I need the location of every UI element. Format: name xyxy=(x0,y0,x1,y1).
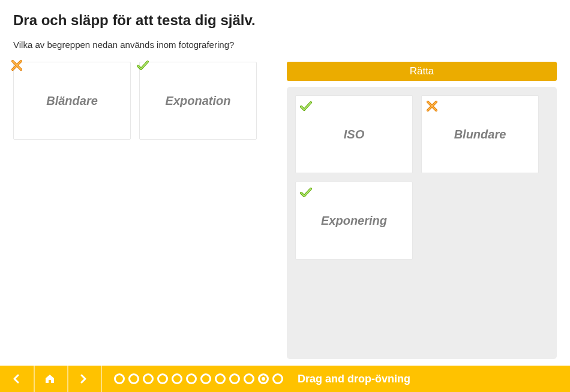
draggable-card[interactable]: Exponering xyxy=(295,182,413,260)
progress-dot[interactable] xyxy=(272,373,283,384)
progress-dot[interactable] xyxy=(200,373,211,384)
cross-icon xyxy=(10,59,23,72)
page-title: Dra och släpp för att testa dig själv. xyxy=(13,12,557,29)
nav-home-button[interactable] xyxy=(37,368,62,390)
progress-dot[interactable] xyxy=(215,373,226,384)
check-icon xyxy=(136,59,149,72)
check-icon xyxy=(299,99,313,113)
progress-dot[interactable] xyxy=(229,373,240,384)
draggable-card[interactable]: ISO xyxy=(295,95,413,173)
nav-separator xyxy=(34,366,35,392)
nav-separator xyxy=(101,366,102,392)
progress-dot[interactable] xyxy=(186,373,197,384)
progress-indicator xyxy=(114,373,283,384)
check-button[interactable]: Rätta xyxy=(287,62,557,81)
draggable-card[interactable]: Exponation xyxy=(139,62,257,140)
progress-dot[interactable] xyxy=(258,373,269,384)
drop-zone[interactable]: ISOBlundareExponering xyxy=(287,87,557,359)
progress-dot[interactable] xyxy=(143,373,154,384)
progress-dot[interactable] xyxy=(114,373,125,384)
source-card-area: BländareExponation xyxy=(13,62,272,140)
nav-next-button[interactable] xyxy=(71,368,96,390)
card-label: Blundare xyxy=(454,128,506,141)
card-label: Bländare xyxy=(46,94,98,108)
progress-dot[interactable] xyxy=(157,373,168,384)
draggable-card[interactable]: Bländare xyxy=(13,62,131,140)
progress-dot[interactable] xyxy=(172,373,182,384)
progress-dot[interactable] xyxy=(128,373,139,384)
card-label: Exponering xyxy=(321,214,387,228)
draggable-card[interactable]: Blundare xyxy=(421,95,539,173)
check-icon xyxy=(299,186,313,199)
nav-separator xyxy=(67,366,68,392)
nav-prev-button[interactable] xyxy=(4,368,29,390)
slide-title: Drag and drop-övning xyxy=(298,373,410,385)
cross-icon xyxy=(425,99,439,113)
bottom-nav-bar: Drag and drop-övning xyxy=(0,366,570,392)
question-text: Vilka av begreppen nedan används inom fo… xyxy=(13,40,557,50)
card-label: Exponation xyxy=(166,94,231,108)
progress-dot[interactable] xyxy=(244,373,254,384)
card-label: ISO xyxy=(344,128,364,141)
